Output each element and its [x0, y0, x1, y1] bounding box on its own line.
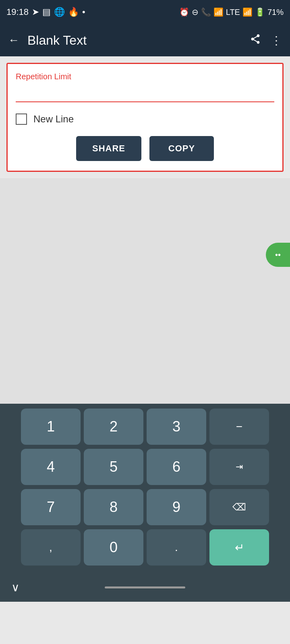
keyboard-row-1: 1 2 3 −	[3, 409, 287, 445]
keyboard-collapse-button[interactable]: ∨	[11, 581, 20, 594]
time-display: 19:18	[6, 7, 29, 17]
more-options-button[interactable]: ⋮	[271, 34, 282, 47]
action-buttons: SHARE COPY	[16, 136, 274, 161]
app-bar-actions: ⋮	[250, 33, 282, 47]
lte-label: LTE	[226, 8, 240, 17]
battery-percent: 71%	[267, 8, 284, 17]
copy-button[interactable]: COPY	[149, 136, 214, 161]
new-line-row: New Line	[16, 114, 274, 125]
status-bar: 19:18 ➤ ▤ 🌐 🔥 • ⏰ ⊖ 📞 📶 LTE 📶 🔋 71%	[0, 0, 290, 24]
key-7[interactable]: 7	[21, 489, 81, 525]
share-icon-button[interactable]	[250, 33, 261, 47]
browser-icon: 🌐	[54, 7, 65, 17]
share-button[interactable]: SHARE	[76, 136, 141, 161]
bottom-nav-bar: ∨ ∨	[0, 573, 290, 602]
key-9[interactable]: 9	[147, 489, 206, 525]
status-left: 19:18 ➤ ▤ 🌐 🔥 •	[6, 7, 85, 17]
settings-card: Repetition Limit New Line SHARE COPY	[6, 63, 284, 172]
alarm-icon: ⏰	[179, 7, 189, 17]
key-6[interactable]: 6	[147, 449, 206, 485]
repetition-limit-label: Repetition Limit	[16, 72, 274, 81]
sim-icon: ▤	[42, 7, 51, 17]
repetition-limit-input[interactable]	[16, 85, 274, 99]
new-line-label: New Line	[33, 114, 74, 125]
battery-icon: 🔋	[255, 7, 265, 17]
bottom-center	[20, 586, 270, 588]
floating-btn-dots: ••	[275, 250, 281, 260]
key-3[interactable]: 3	[147, 409, 206, 445]
numeric-keyboard: 1 2 3 − 4 5 6 ⇥ 7 8 9 ⌫ , 0 . ↵	[0, 404, 290, 573]
key-period[interactable]: .	[147, 529, 206, 566]
wifi-icon: 📶	[213, 7, 224, 17]
key-4[interactable]: 4	[21, 449, 81, 485]
page-title: Blank Text	[27, 33, 242, 48]
bottom-spacer: ∨	[270, 581, 279, 594]
home-indicator	[105, 586, 185, 588]
gray-content-area: ••	[0, 178, 290, 404]
app-bar: ← Blank Text ⋮	[0, 24, 290, 56]
status-right: ⏰ ⊖ 📞 📶 LTE 📶 🔋 71%	[179, 7, 284, 17]
back-button[interactable]: ←	[8, 34, 19, 47]
keyboard-row-2: 4 5 6 ⇥	[3, 449, 287, 485]
navigation-icon: ➤	[32, 7, 39, 17]
keyboard-row-4: , 0 . ↵	[3, 529, 287, 566]
keyboard-row-3: 7 8 9 ⌫	[3, 489, 287, 525]
key-enter[interactable]: ↵	[209, 529, 269, 566]
call-icon: 📞	[201, 7, 211, 17]
signal-bars-icon: 📶	[242, 7, 253, 17]
new-line-checkbox[interactable]	[16, 114, 27, 125]
fire-icon: 🔥	[68, 7, 79, 17]
key-8[interactable]: 8	[84, 489, 143, 525]
key-backspace[interactable]: ⌫	[209, 489, 269, 525]
key-5[interactable]: 5	[84, 449, 143, 485]
key-comma[interactable]: ,	[21, 529, 81, 566]
key-minus[interactable]: −	[209, 409, 269, 445]
key-0[interactable]: 0	[84, 529, 143, 566]
dot-indicator: •	[82, 7, 85, 17]
key-tab[interactable]: ⇥	[209, 449, 269, 485]
floating-action-button[interactable]: ••	[266, 243, 290, 267]
main-content: Repetition Limit New Line SHARE COPY	[0, 56, 290, 178]
dnd-icon: ⊖	[192, 7, 199, 17]
key-1[interactable]: 1	[21, 409, 81, 445]
key-2[interactable]: 2	[84, 409, 143, 445]
repetition-input-wrapper	[16, 85, 274, 102]
